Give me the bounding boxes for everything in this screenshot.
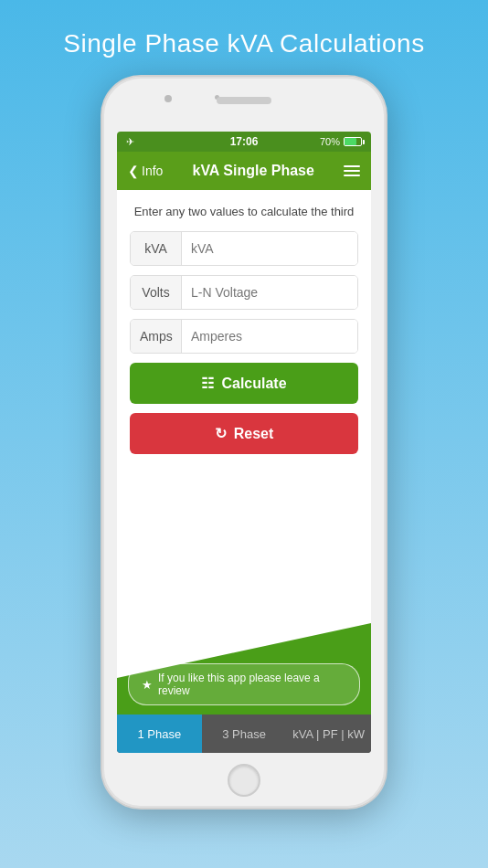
- review-text: If you like this app please leave a revi…: [158, 672, 346, 697]
- kva-input-row: kVA: [130, 231, 358, 266]
- page-title: Single Phase kVA Calculations: [63, 29, 424, 58]
- hamburger-line-3: [344, 175, 360, 176]
- volts-input-row: Volts: [130, 275, 358, 310]
- camera-lens: [164, 95, 172, 102]
- tab-kva-pf-kw[interactable]: kVA | PF | kW: [286, 715, 371, 753]
- calculate-button[interactable]: ☷ Calculate: [130, 363, 358, 404]
- back-label[interactable]: Info: [142, 164, 163, 178]
- home-button[interactable]: [228, 764, 260, 797]
- phone-frame: ✈ 17:06 70% ❮ Info kVA Single Phase: [102, 77, 386, 808]
- volts-input[interactable]: [182, 276, 358, 309]
- phone-bottom: [228, 753, 260, 808]
- back-button[interactable]: ❮ Info: [128, 164, 163, 178]
- status-right: 70%: [320, 136, 362, 147]
- status-bar: ✈ 17:06 70%: [117, 132, 371, 152]
- volts-label: Volts: [131, 276, 182, 309]
- status-time: 17:06: [230, 135, 259, 148]
- calculator-icon: ☷: [201, 375, 214, 392]
- menu-button[interactable]: [344, 165, 360, 176]
- kva-input[interactable]: [182, 232, 358, 265]
- hamburger-line-2: [344, 170, 360, 172]
- battery-icon: [344, 137, 362, 146]
- back-chevron-icon: ❮: [128, 164, 139, 178]
- instruction-text: Enter any two values to calculate the th…: [130, 205, 358, 218]
- battery-percentage: 70%: [320, 136, 340, 147]
- tab-3-phase-label: 3 Phase: [222, 727, 266, 741]
- screen: ✈ 17:06 70% ❮ Info kVA Single Phase: [117, 132, 371, 753]
- amps-input[interactable]: [182, 320, 358, 353]
- tab-1-phase-label: 1 Phase: [137, 727, 181, 741]
- reset-label: Reset: [234, 426, 274, 442]
- tab-3-phase[interactable]: 3 Phase: [202, 715, 287, 753]
- earpiece: [217, 97, 271, 104]
- kva-label: kVA: [131, 232, 182, 265]
- tab-1-phase[interactable]: 1 Phase: [117, 715, 202, 753]
- tab-bar: 1 Phase 3 Phase kVA | PF | kW: [117, 715, 371, 753]
- reset-button[interactable]: ↻ Reset: [130, 413, 358, 454]
- airplane-icon: ✈: [126, 136, 134, 148]
- hamburger-line-1: [344, 165, 360, 167]
- amps-label: Amps: [131, 320, 182, 353]
- reset-icon: ↻: [215, 425, 227, 442]
- nav-title: kVA Single Phase: [192, 163, 313, 179]
- review-banner[interactable]: ★ If you like this app please leave a re…: [128, 663, 360, 705]
- battery-fill: [345, 138, 356, 145]
- star-icon: ★: [142, 678, 153, 692]
- main-content: Enter any two values to calculate the th…: [117, 190, 371, 715]
- calculate-label: Calculate: [221, 376, 286, 392]
- nav-bar: ❮ Info kVA Single Phase: [117, 152, 371, 190]
- amps-input-row: Amps: [130, 319, 358, 354]
- phone-top: [102, 77, 386, 132]
- tab-kva-pf-kw-label: kVA | PF | kW: [292, 727, 365, 741]
